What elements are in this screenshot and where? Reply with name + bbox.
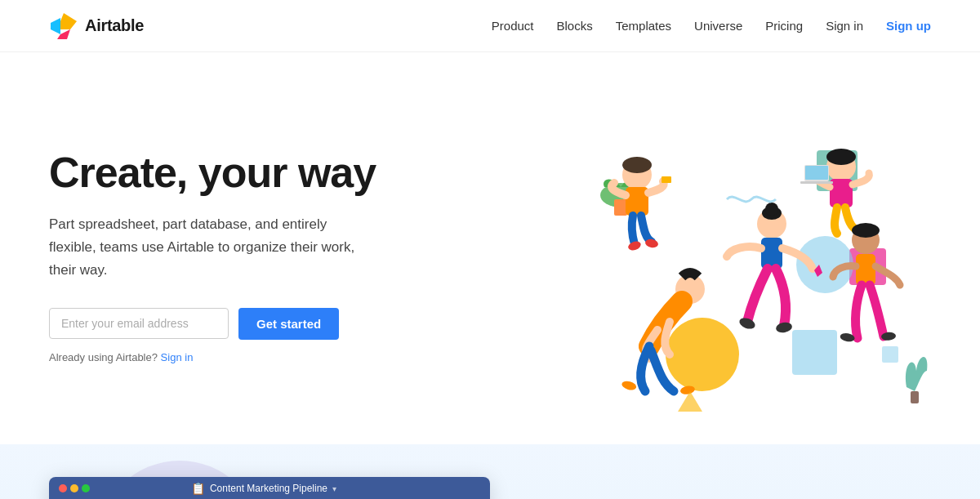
maximize-dot [82,484,90,492]
airtable-logo-icon [49,11,78,41]
signin-link[interactable]: Sign in [161,351,194,363]
nav-universe[interactable]: Universe [694,19,742,33]
svg-rect-35 [856,254,875,285]
nav-blocks[interactable]: Blocks [557,19,593,33]
svg-point-31 [775,321,793,333]
bottom-heading: The perfect view for the task at hand [523,493,751,499]
hero-subtitle: Part spreadsheet, part database, and ent… [49,213,359,282]
svg-rect-29 [761,238,782,269]
svg-rect-21 [805,166,828,180]
svg-marker-2 [51,18,60,34]
svg-rect-22 [800,181,833,184]
logo-text: Airtable [85,16,144,35]
nav-signin[interactable]: Sign in [826,19,863,33]
cta-row: Get started [49,308,376,340]
hero-title: Create, your way [49,149,376,196]
hero-section: Create, your way Part spreadsheet, part … [0,52,980,444]
svg-point-34 [852,223,880,238]
app-window-controls [59,484,90,492]
main-nav: Product Blocks Templates Universe Pricin… [492,19,931,33]
bottom-section: 📋 Content Marketing Pipeline ▾ ☰ Editori… [0,444,980,499]
hero-illustration [539,101,931,412]
already-using-text: Already using Airtable? Sign in [49,351,376,363]
svg-point-24 [621,380,637,391]
svg-rect-40 [911,391,919,403]
svg-point-18 [826,149,856,165]
svg-rect-16 [662,176,671,183]
nav-templates[interactable]: Templates [616,19,671,33]
hero-svg [539,101,931,412]
minimize-dot [70,484,78,492]
app-title: 📋 Content Marketing Pipeline ▾ [191,482,336,495]
svg-marker-38 [678,391,702,412]
nav-signup[interactable]: Sign up [886,19,931,33]
header: Airtable Product Blocks Templates Univer… [0,0,980,52]
svg-rect-19 [830,179,853,207]
svg-point-28 [765,203,778,216]
app-titlebar: 📋 Content Marketing Pipeline ▾ [49,477,490,499]
app-preview: 📋 Content Marketing Pipeline ▾ ☰ Editori… [49,477,490,499]
get-started-button[interactable]: Get started [238,308,339,340]
logo[interactable]: Airtable [49,11,144,41]
svg-point-7 [666,318,739,391]
svg-rect-39 [882,346,898,363]
email-input[interactable] [49,308,229,339]
svg-rect-10 [614,199,627,216]
svg-point-12 [622,157,652,173]
hero-content: Create, your way Part spreadsheet, part … [49,149,376,363]
nav-pricing[interactable]: Pricing [765,19,803,33]
bottom-text: The perfect view for the task at hand [523,477,751,499]
svg-rect-6 [792,330,837,375]
nav-product[interactable]: Product [492,19,534,33]
close-dot [59,484,67,492]
